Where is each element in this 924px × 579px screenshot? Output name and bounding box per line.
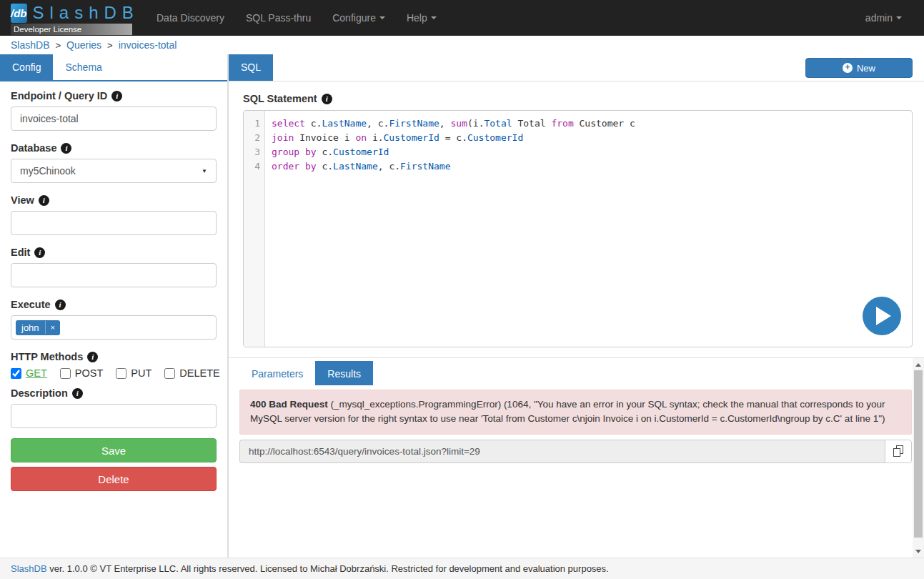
method-delete[interactable]: DELETE xyxy=(164,367,219,379)
info-icon[interactable]: i xyxy=(72,388,83,399)
code-line: join Invoice i on i.CustomerId = c.Custo… xyxy=(272,131,906,145)
brand-name: SlashDB xyxy=(33,3,139,23)
method-post[interactable]: POST xyxy=(60,367,103,379)
user-menu-label: admin xyxy=(865,12,893,24)
tag-remove-icon[interactable]: × xyxy=(45,321,60,334)
scroll-down-icon[interactable] xyxy=(913,546,924,556)
view-input[interactable] xyxy=(11,211,217,235)
http-methods-row: GETPOSTPUTDELETE xyxy=(11,367,217,379)
nav-item-configure[interactable]: Configure xyxy=(322,0,396,36)
endpoint-label: Endpoint / Query ID i xyxy=(11,90,217,102)
info-icon[interactable]: i xyxy=(39,195,49,206)
tab-sql[interactable]: SQL xyxy=(229,54,273,81)
http-methods-label: HTTP Methods i xyxy=(11,351,217,362)
execute-label: Execute i xyxy=(11,299,217,310)
copy-icon xyxy=(893,445,904,457)
info-icon[interactable]: i xyxy=(61,143,71,154)
breadcrumb-separator: > xyxy=(55,40,61,51)
play-icon xyxy=(876,307,891,325)
scroll-up-icon[interactable] xyxy=(913,360,924,370)
method-checkbox-delete[interactable] xyxy=(164,368,175,379)
database-label: Database i xyxy=(11,142,217,154)
info-icon[interactable]: i xyxy=(111,91,122,102)
scrollbar-thumb[interactable] xyxy=(914,370,923,538)
chevron-down-icon xyxy=(379,16,385,19)
tab-results[interactable]: Results xyxy=(315,361,373,385)
slashdb-logo-icon: /db xyxy=(11,4,27,23)
breadcrumb-item-invoices-total[interactable]: invoices-total xyxy=(119,39,177,51)
tab-parameters[interactable]: Parameters xyxy=(239,361,315,385)
sql-statement-label: SQL Statement i xyxy=(243,93,913,104)
plus-circle-icon: + xyxy=(843,63,853,73)
method-get[interactable]: GET xyxy=(11,367,47,379)
info-icon[interactable]: i xyxy=(87,352,98,362)
footer-text: ver. 1.0.0 © VT Enterprise LLC. All righ… xyxy=(47,563,609,574)
method-checkbox-get[interactable] xyxy=(11,368,21,379)
edit-input[interactable] xyxy=(11,263,217,287)
code-line: select c.LastName, c.FirstName, sum(i.To… xyxy=(272,117,906,131)
config-panel: Config Schema Endpoint / Query ID i Data… xyxy=(0,54,229,558)
breadcrumb: SlashDB>Queries>invoices-total xyxy=(0,36,924,54)
license-badge: Developer License xyxy=(11,24,132,35)
info-icon[interactable]: i xyxy=(55,300,66,310)
results-scrollbar[interactable] xyxy=(913,358,924,558)
results-tab-row: Parameters Results xyxy=(229,358,924,385)
line-number: 1 xyxy=(244,117,264,131)
select-arrow-icon: ▼ xyxy=(202,168,207,174)
footer-slashdb-link[interactable]: SlashDB xyxy=(11,563,47,574)
results-section: Parameters Results 400 Bad Request (_mys… xyxy=(229,357,924,558)
error-alert: 400 Bad Request (_mysql_exceptions.Progr… xyxy=(239,390,912,435)
breadcrumb-item-slashdb[interactable]: SlashDB xyxy=(11,39,49,51)
method-checkbox-put[interactable] xyxy=(116,368,126,379)
error-message: (_mysql_exceptions.ProgrammingError) (10… xyxy=(250,399,885,424)
nav-item-sql-pass-thru[interactable]: SQL Pass-thru xyxy=(235,0,322,36)
view-label: View i xyxy=(11,194,217,206)
error-status: 400 Bad Request xyxy=(250,399,328,410)
left-tab-row: Config Schema xyxy=(0,54,227,81)
query-url-field[interactable]: http://localhost:6543/query/invoices-tot… xyxy=(239,440,885,463)
breadcrumb-item-queries[interactable]: Queries xyxy=(66,39,101,51)
line-number: 3 xyxy=(244,145,264,159)
user-menu[interactable]: admin xyxy=(855,0,913,36)
sql-panel: SQL + New SQL Statement i 1234 select c.… xyxy=(229,54,924,558)
right-tab-row: SQL + New xyxy=(229,54,924,81)
info-icon[interactable]: i xyxy=(34,247,45,258)
sql-editor[interactable]: 1234 select c.LastName, c.FirstName, sum… xyxy=(243,110,913,347)
nav-item-help[interactable]: Help xyxy=(396,0,447,36)
database-select[interactable]: my5Chinook ▼ xyxy=(11,159,217,183)
save-button[interactable]: Save xyxy=(11,438,217,462)
editor-code[interactable]: select c.LastName, c.FirstName, sum(i.To… xyxy=(266,111,912,179)
tab-config[interactable]: Config xyxy=(0,54,53,80)
brand-block[interactable]: /db SlashDB Developer License xyxy=(0,0,136,36)
method-checkbox-post[interactable] xyxy=(60,368,71,379)
top-navbar: /db SlashDB Developer License Data Disco… xyxy=(0,0,924,36)
code-line: order by c.LastName, c.FirstName xyxy=(272,159,906,174)
new-button-label: New xyxy=(857,63,875,74)
database-select-value: my5Chinook xyxy=(20,165,76,177)
info-icon[interactable]: i xyxy=(322,94,332,104)
endpoint-input[interactable] xyxy=(11,107,217,131)
nav-item-data-discovery[interactable]: Data Discovery xyxy=(146,0,235,36)
editor-gutter: 1234 xyxy=(244,111,265,347)
chevron-down-icon xyxy=(896,16,902,19)
tab-schema[interactable]: Schema xyxy=(53,54,114,80)
description-input[interactable] xyxy=(11,404,217,428)
nav-items: Data DiscoverySQL Pass-thruConfigureHelp xyxy=(146,0,447,36)
copy-url-button[interactable] xyxy=(885,440,912,463)
execute-tag-input[interactable]: john× xyxy=(11,315,217,340)
method-put[interactable]: PUT xyxy=(116,367,151,379)
description-label: Description i xyxy=(11,387,217,399)
footer: SlashDB ver. 1.0.0 © VT Enterprise LLC. … xyxy=(0,558,924,579)
run-query-button[interactable] xyxy=(863,297,901,335)
breadcrumb-separator: > xyxy=(107,40,113,51)
edit-label: Edit i xyxy=(11,247,217,258)
execute-tag: john× xyxy=(16,320,60,335)
code-line: group by c.CustomerId xyxy=(272,145,906,159)
line-number: 2 xyxy=(244,131,264,145)
chevron-down-icon xyxy=(431,16,437,19)
delete-button[interactable]: Delete xyxy=(11,467,217,491)
line-number: 4 xyxy=(244,159,264,174)
new-button[interactable]: + New xyxy=(805,58,913,78)
